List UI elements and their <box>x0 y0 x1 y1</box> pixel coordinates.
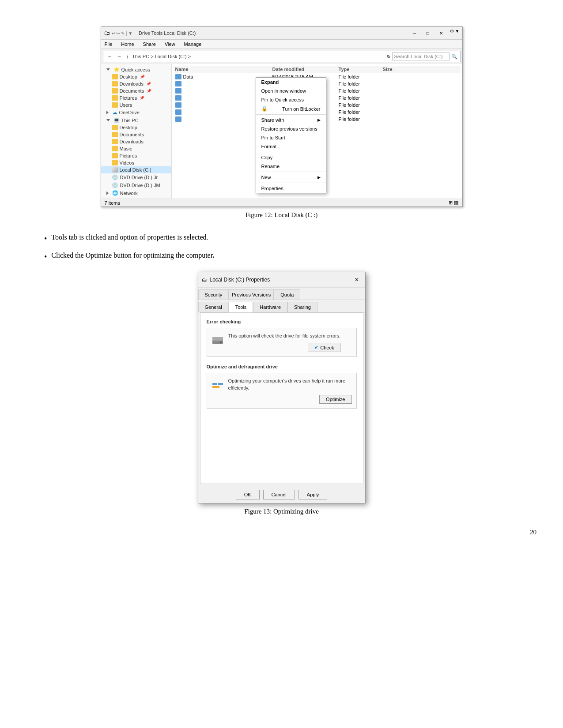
sidebar-item-this-pc[interactable]: 💻 This PC <box>101 116 171 124</box>
svg-rect-3 <box>212 383 217 385</box>
sidebar-item-users[interactable]: Users <box>101 101 171 109</box>
ctx-expand[interactable]: Expand <box>256 78 326 86</box>
maximize-button[interactable]: □ <box>422 29 434 38</box>
dialog-title-text-label: Local Disk (C:) Properties <box>210 277 270 283</box>
col-date: Date modified <box>272 67 339 72</box>
explorer-titlebar: 🗂 ↩ ↪ ✎ | ▼ Drive Tools Local Disk (C:) … <box>101 27 462 40</box>
folder-icon <box>112 153 118 158</box>
ctx-rename[interactable]: Rename <box>256 162 326 171</box>
ribbon-manage[interactable]: Manage <box>182 41 204 48</box>
sidebar-item-pc-pictures[interactable]: Pictures <box>101 152 171 159</box>
optimize-section-content: Optimizing your computer's drives can he… <box>228 378 352 404</box>
defrag-icon <box>212 379 224 392</box>
ok-button[interactable]: OK <box>236 490 260 499</box>
hard-drive-icon <box>212 334 224 347</box>
sidebar-item-pc-downloads[interactable]: Downloads <box>101 138 171 145</box>
sidebar-item-onedrive[interactable]: ☁ OneDrive <box>101 109 171 116</box>
apply-button[interactable]: Apply <box>299 490 328 499</box>
sidebar-item-network[interactable]: 🌐 Network <box>101 189 171 197</box>
page-number: 20 <box>26 529 537 536</box>
file-type: File folder <box>339 116 383 122</box>
ribbon-home[interactable]: Home <box>119 41 136 48</box>
dvd-icon2: 💿 <box>112 182 118 188</box>
tab-sharing[interactable]: Sharing <box>287 302 317 312</box>
close-button[interactable]: ✕ <box>435 29 447 38</box>
ctx-pin-quick[interactable]: Pin to Quick access <box>256 95 326 104</box>
ctx-share-with[interactable]: Share with ▶ <box>256 116 326 124</box>
sidebar-item-pictures[interactable]: Pictures 📌 <box>101 94 171 101</box>
back-button[interactable]: ← <box>106 53 114 60</box>
sidebar-item-pc-music[interactable]: Music <box>101 145 171 152</box>
folder-icon <box>175 95 181 101</box>
cancel-button[interactable]: Cancel <box>263 490 295 499</box>
refresh-icon: ↻ <box>387 54 390 59</box>
submenu-arrow: ▶ <box>317 118 321 122</box>
forward-button[interactable]: → <box>115 53 124 60</box>
folder-icon <box>112 88 118 94</box>
ctx-separator2 <box>256 152 326 152</box>
sidebar-item-downloads[interactable]: Downloads 📌 <box>101 80 171 87</box>
ctx-properties[interactable]: Properties <box>256 184 326 193</box>
optimize-button[interactable]: Optimize <box>319 395 351 404</box>
expand-icon <box>106 68 110 71</box>
tab-previous-versions[interactable]: Previous Versions <box>229 289 274 300</box>
tab-general[interactable]: General <box>198 302 229 312</box>
bullet-text-1: Tools tab is clicked and option of prope… <box>51 232 208 243</box>
sidebar-item-documents[interactable]: Documents 📌 <box>101 87 171 94</box>
file-type: File folder <box>339 81 383 86</box>
sidebar-item-quick-access[interactable]: ⭐ Quick access <box>101 66 171 73</box>
sidebar-item-pc-desktop[interactable]: Desktop <box>101 124 171 131</box>
col-type: Type <box>339 67 383 72</box>
ctx-copy[interactable]: Copy <box>256 153 326 162</box>
check-button[interactable]: ✔ Check <box>308 343 340 352</box>
col-size: Size <box>383 67 418 72</box>
ctx-bitlocker[interactable]: 🔒 Turn on BitLocker <box>256 104 326 113</box>
figure13-container: 🗂 Local Disk (C:) Properties ✕ Security … <box>26 272 537 515</box>
ctx-open-new-window[interactable]: Open in new window <box>256 86 326 95</box>
drive-icon-small: 🗂 <box>202 277 207 283</box>
figure12-caption: Figure 12: Local Disk (C :) <box>246 211 318 219</box>
tab-tools[interactable]: Tools <box>229 302 253 312</box>
tab-quota[interactable]: Quota <box>274 289 300 300</box>
folder-icon <box>112 81 118 86</box>
ctx-separator3 <box>256 172 326 172</box>
titlebar-left: 🗂 ↩ ↪ ✎ | ▼ Drive Tools Local Disk (C:) <box>104 30 196 37</box>
folder-icon <box>175 74 181 79</box>
file-type: File folder <box>339 88 383 94</box>
ctx-restore-versions[interactable]: Restore previous versions <box>256 124 326 133</box>
sidebar-item-local-disk[interactable]: Local Disk (C:) <box>101 166 171 173</box>
sidebar-item-pc-documents[interactable]: Documents <box>101 131 171 138</box>
dialog-titlebar: 🗂 Local Disk (C:) Properties ✕ <box>198 272 365 288</box>
file-type: File folder <box>339 102 383 108</box>
svg-rect-4 <box>212 386 219 388</box>
dialog-close-button[interactable]: ✕ <box>352 275 362 285</box>
tab-security[interactable]: Security <box>198 289 229 300</box>
ribbon-file[interactable]: File <box>103 41 114 48</box>
sidebar-item-dvd-d[interactable]: 💿 DVD Drive (D:) Jr <box>101 173 171 181</box>
explorer-sidebar: ⭐ Quick access Desktop 📌 Downloads 📌 <box>101 64 172 199</box>
status-bar: 7 items ⊞ ▦ <box>101 199 462 206</box>
folder-icon <box>175 109 181 115</box>
tab-hardware[interactable]: Hardware <box>253 302 287 312</box>
sidebar-item-pc-videos[interactable]: Videos <box>101 159 171 166</box>
sidebar-item-desktop[interactable]: Desktop 📌 <box>101 73 171 80</box>
minimize-button[interactable]: ─ <box>408 29 421 38</box>
folder-icon <box>175 81 181 86</box>
drive-tools-label: Drive Tools Local Disk (C:) <box>139 30 196 36</box>
dialog-body: Error checking This option will check th… <box>200 312 363 484</box>
ribbon-share[interactable]: Share <box>141 41 158 48</box>
sidebar-item-dvd-d2[interactable]: 💿 DVD Drive (D:) JM <box>101 181 171 189</box>
bullet-section: • Tools tab is clicked and option of pro… <box>26 232 537 263</box>
search-input[interactable] <box>392 53 450 60</box>
expand-icon <box>106 191 109 195</box>
ribbon-view[interactable]: View <box>163 41 177 48</box>
search-icon: 🔍 <box>451 54 457 60</box>
up-button[interactable]: ↑ <box>125 53 131 60</box>
ctx-new[interactable]: New ▶ <box>256 173 326 182</box>
ctx-pin-start[interactable]: Pin to Start <box>256 133 326 142</box>
settings-icon: ⚙ ▼ <box>450 29 460 38</box>
ctx-format[interactable]: Format... <box>256 142 326 151</box>
col-name: Name <box>175 67 272 72</box>
check-button-row: ✔ Check <box>228 343 341 352</box>
bullet-dot: • <box>44 233 47 245</box>
